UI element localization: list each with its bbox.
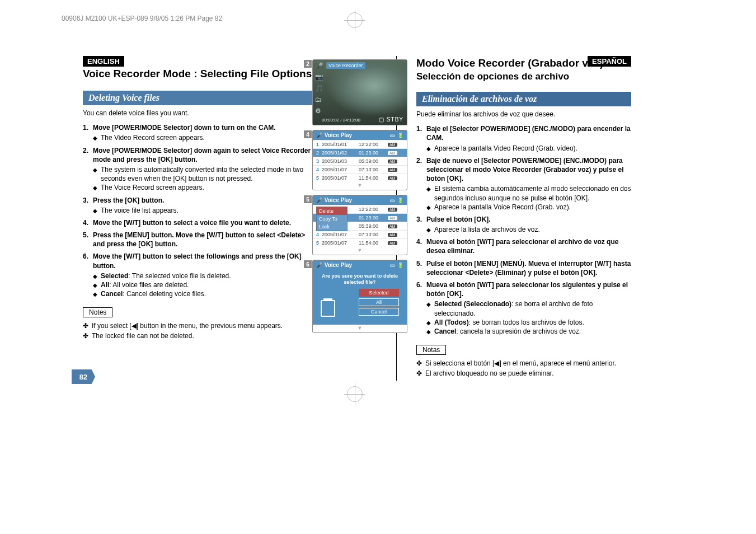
- step-lead: Press the [MENU] button. Move the [W/T] …: [93, 231, 312, 249]
- step-number: 4.: [416, 237, 426, 255]
- step-lead: Pulse el botón [MENU] (MENÚ). Mueva el i…: [426, 259, 631, 277]
- step-sub-text: The Voice Record screen appears.: [101, 183, 204, 192]
- card-icon: ▭: [390, 133, 395, 138]
- battery-icon: 🔋: [397, 263, 403, 268]
- step-lead: Move [POWER/MODE Selector] down to turn …: [93, 123, 312, 132]
- steps-list-english: 1.Move [POWER/MODE Selector] down to tur…: [83, 123, 312, 298]
- dialog-option: All: [359, 298, 399, 306]
- step-sub-text: Selected: The selected voice file is del…: [101, 271, 231, 280]
- page-title-english: Voice Recorder Mode : Selecting File Opt…: [83, 68, 312, 81]
- device-screenshot-2: 2 Voice Recorder 🎤 📷 🎵 🗂 ⚙ 00:00:02 / 24…: [312, 59, 407, 125]
- notes-label-spanish: Notas: [416, 345, 446, 355]
- tip-bullet-icon: [83, 332, 92, 340]
- steps-list-spanish: 1.Baje el [Selector POWER/MODE] (ENC./MO…: [416, 124, 631, 336]
- step-lead: Baje de nuevo el [Selector POWER/MODE] (…: [426, 156, 631, 184]
- section-heading-spanish: Eliminación de archivos de voz: [416, 92, 631, 106]
- battery-icon: 🔋: [397, 198, 403, 203]
- tip-bullet-icon: [83, 322, 92, 330]
- step-sub-text: Aparece la lista de archivos de voz.: [434, 225, 540, 234]
- tip-text: The locked file can not be deleted.: [92, 332, 194, 340]
- section-heading-english: Deleting Voice files: [83, 91, 312, 105]
- diamond-bullet-icon: [93, 289, 101, 298]
- trash-icon: [321, 300, 335, 317]
- tip-text: If you select [◀] button in the menu, th…: [92, 322, 283, 330]
- print-runline: 00906J M2100 UK+ESP-089 9/8/05 1:26 PM P…: [62, 15, 222, 22]
- voice-file-row: 42005/01/0707:13:00AM: [313, 230, 407, 238]
- step-number: 2.: [83, 146, 93, 193]
- step-lead: Press the [OK] button.: [93, 196, 312, 205]
- tip-text: Si selecciona el botón [◀] en el menú, a…: [425, 359, 616, 367]
- context-menu-item: Delete: [317, 207, 347, 215]
- page-title-spanish-line2: Selección de opciones de archivo: [416, 71, 631, 82]
- step-number: 5.: [416, 259, 426, 277]
- step-sub-text: The Video Record screen appears.: [101, 133, 205, 142]
- screenshot-index: 5: [304, 195, 312, 203]
- screenshot-index: 4: [304, 130, 312, 138]
- step-number: 3.: [83, 196, 93, 215]
- step-sub-text: Selected (Seleccionado): se borra el arc…: [434, 299, 631, 317]
- chevron-down-icon: ▼: [313, 182, 407, 190]
- tip-text: El archivo bloqueado no se puede elimina…: [425, 369, 554, 377]
- file-icon: 🗂: [315, 96, 323, 104]
- card-icon: ▭: [390, 263, 395, 268]
- settings-icon: ⚙: [315, 107, 323, 115]
- device-screenshot-4: 4 🎤 Voice Play ▭🔋 12005/01/0112:22:00AM2…: [312, 130, 407, 190]
- step-lead: Move the [W/T] button to select a voice …: [93, 218, 312, 227]
- camera-icon: 📷: [315, 73, 323, 81]
- tips-list-spanish: Si selecciona el botón [◀] en el menú, a…: [416, 359, 631, 377]
- chevron-down-icon: ▼: [313, 247, 407, 255]
- diamond-bullet-icon: [426, 299, 434, 317]
- context-menu-item: Copy To: [317, 215, 347, 223]
- step-sub-text: All (Todos): se borran todos los archivo…: [434, 318, 584, 327]
- step-sub-text: The voice file list appears.: [101, 206, 179, 215]
- step-lead: Mueva el botón [W/T] para seleccionar el…: [426, 237, 631, 255]
- voice-file-row: 12005/01/0112:22:00AM: [313, 140, 407, 148]
- registration-mark-icon: [347, 386, 363, 402]
- step-lead: Pulse el botón [OK].: [426, 215, 631, 224]
- intro-text-english: You can delete voice files you want.: [83, 109, 312, 118]
- language-badge-spanish: ESPAÑOL: [588, 56, 631, 67]
- voice-file-row: 22005/01/0201:23:00AM: [313, 148, 407, 157]
- step-lead: Move the [W/T] button to select the foll…: [93, 252, 312, 270]
- step-lead: Baje el [Selector POWER/MODE] (ENC./MODO…: [426, 124, 631, 142]
- mode-label: Voice Recorder: [326, 62, 365, 69]
- confirm-question: Are you sure you want to delete selected…: [316, 273, 403, 285]
- step-number: 3.: [416, 215, 426, 234]
- screen-header: Voice Play: [325, 262, 352, 268]
- dialog-option: Cancel: [359, 308, 399, 316]
- step-number: 1.: [416, 124, 426, 153]
- voice-file-row: 52005/01/0711:54:00AM: [313, 174, 407, 182]
- screen-header: Voice Play: [325, 132, 352, 138]
- step-lead: Mueva el botón [W/T] para seleccionar lo…: [426, 280, 631, 298]
- diamond-bullet-icon: [93, 165, 101, 183]
- context-menu-item: Lock: [317, 223, 347, 231]
- page-number: 82: [72, 369, 95, 384]
- step-number: 5.: [83, 231, 93, 249]
- screen-header: Voice Play: [325, 197, 352, 203]
- diamond-bullet-icon: [426, 144, 434, 153]
- device-screenshot-6: 6 🎤 Voice Play ▭🔋 Are you sure you want …: [312, 260, 407, 333]
- diamond-bullet-icon: [93, 206, 101, 215]
- step-number: 2.: [416, 156, 426, 212]
- diamond-bullet-icon: [426, 203, 434, 212]
- registration-mark-icon: [347, 12, 363, 28]
- step-number: 6.: [416, 280, 426, 336]
- voice-file-row: 42005/01/0707:13:00AM: [313, 165, 407, 174]
- device-screenshot-5: 5 🎤 Voice Play ▭🔋 12:22:00AM201:23:00AM3…: [312, 195, 407, 255]
- intro-text-spanish: Puede eliminar los archivos de voz que d…: [416, 110, 631, 119]
- step-sub-text: El sistema cambia automáticamente al mod…: [434, 184, 631, 202]
- voice-file-row: 32005/01/0305:39:00AM: [313, 157, 407, 165]
- voice-file-row: 52005/01/0711:54:00AM: [313, 238, 407, 247]
- audio-icon: 🎵: [315, 85, 323, 92]
- step-number: 1.: [83, 123, 93, 142]
- diamond-bullet-icon: [93, 280, 101, 289]
- step-number: 6.: [83, 252, 93, 298]
- step-sub-text: Cancel: Cancel deleting voice files.: [101, 289, 206, 298]
- step-number: 4.: [83, 218, 93, 227]
- screenshot-index: 2: [304, 60, 312, 68]
- step-sub-text: The system is automatically converted in…: [101, 165, 312, 183]
- diamond-bullet-icon: [426, 225, 434, 234]
- diamond-bullet-icon: [93, 133, 101, 142]
- notes-label-english: Notes: [83, 307, 112, 317]
- language-badge-english: ENGLISH: [83, 56, 124, 67]
